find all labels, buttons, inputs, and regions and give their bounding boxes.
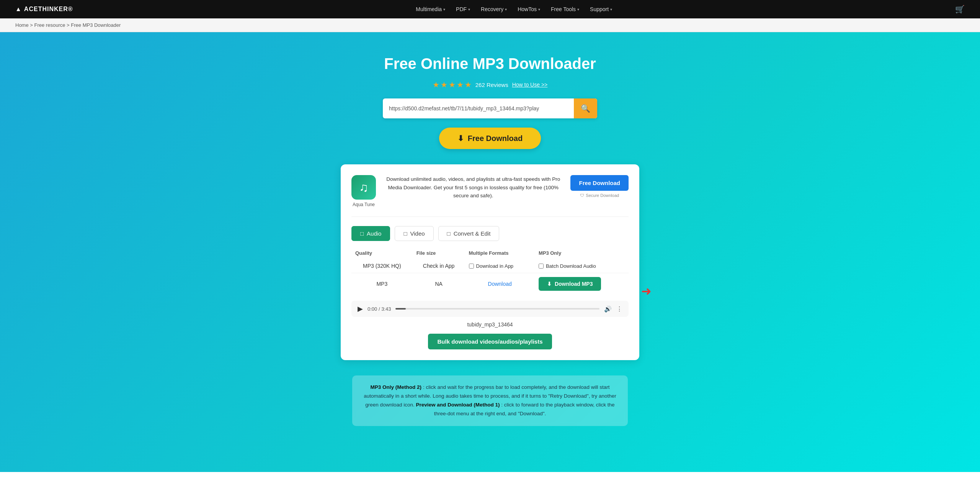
video-tab-icon: □ xyxy=(403,230,407,237)
chevron-down-icon: ▾ xyxy=(505,7,507,11)
method1-title: Preview and Download (Method 1) xyxy=(416,402,500,408)
breadcrumb: Home > Free resource > Free MP3 Download… xyxy=(0,18,980,32)
download-link[interactable]: Download xyxy=(488,281,512,287)
hero-section: Free Online MP3 Downloader ★ ★ ★ ★ ★ 262… xyxy=(0,32,980,472)
col-filesize: File size xyxy=(413,247,465,259)
volume-icon: 🔊 xyxy=(604,306,612,312)
search-input[interactable] xyxy=(383,100,574,117)
breadcrumb-current: Free MP3 Downloader xyxy=(71,22,121,28)
convert-tab-icon: □ xyxy=(447,230,451,237)
chevron-down-icon: ▾ xyxy=(610,7,612,11)
method2-title: MP3 Only (Method 2) xyxy=(371,384,422,390)
tabs-row: □ Audio □ Video □ Convert & Edit xyxy=(351,226,629,241)
more-icon: ⋮ xyxy=(616,306,622,312)
main-card: ♫ Aqua Tune Download unlimited audio, vi… xyxy=(341,164,639,360)
star-2: ★ xyxy=(441,80,448,89)
breadcrumb-free-resource[interactable]: Free resource xyxy=(34,22,65,28)
rating-row: ★ ★ ★ ★ ★ 262 Reviews How to Use >> xyxy=(8,80,972,89)
tab-video[interactable]: □ Video xyxy=(395,226,433,241)
search-icon: 🔍 xyxy=(581,104,590,113)
nav-item-recovery[interactable]: Recovery ▾ xyxy=(476,4,511,15)
breadcrumb-separator: > xyxy=(67,22,71,28)
app-description: Download unlimited audio, videos, and pl… xyxy=(384,175,563,200)
app-icon: ♫ xyxy=(351,175,376,200)
tab-convert-edit[interactable]: □ Convert & Edit xyxy=(438,226,500,241)
time-display: 0:00 / 3:43 xyxy=(368,306,391,312)
batch-download-audio-checkbox[interactable] xyxy=(539,264,544,269)
music-note-icon: ♫ xyxy=(359,180,368,195)
how-to-use-link[interactable]: How to Use >> xyxy=(512,82,548,88)
tab-audio[interactable]: □ Audio xyxy=(351,226,390,241)
table-row: MP3 (320K HQ) Check in App Download in A… xyxy=(351,259,629,273)
nav-item-multimedia[interactable]: Multimedia ▾ xyxy=(411,4,450,15)
dl-mp3-cell: ⬇ Download MP3 ➜ xyxy=(535,273,629,295)
breadcrumb-separator: > xyxy=(30,22,34,28)
table-row: MP3 NA Download ⬇ Download MP3 ➜ xyxy=(351,273,629,295)
chevron-down-icon: ▾ xyxy=(577,7,579,11)
download-icon: ⬇ xyxy=(457,134,464,143)
app-promo: ♫ Aqua Tune Download unlimited audio, vi… xyxy=(351,175,629,217)
star-5: ★ xyxy=(465,80,472,89)
nav-links: Multimedia ▾ PDF ▾ Recovery ▾ HowTos ▾ F… xyxy=(85,4,943,15)
star-4: ★ xyxy=(457,80,464,89)
shield-icon: 🛡 xyxy=(580,193,584,198)
free-download-label: Free Download xyxy=(468,134,523,143)
chevron-down-icon: ▾ xyxy=(443,7,445,11)
multiple-formats-cell: Download in App xyxy=(465,259,535,273)
col-quality: Quality xyxy=(351,247,413,259)
navbar: ▲ ACETHINKER® Multimedia ▾ PDF ▾ Recover… xyxy=(0,0,980,18)
download-link-cell: Download xyxy=(465,273,535,295)
app-free-download-button[interactable]: Free Download xyxy=(570,175,629,191)
breadcrumb-home[interactable]: Home xyxy=(15,22,29,28)
download-in-app-checkbox[interactable] xyxy=(469,264,474,269)
batch-download-audio-option[interactable]: Batch Download Audio xyxy=(539,263,625,269)
app-download-wrap: Free Download 🛡 Secure Download xyxy=(570,175,629,198)
brand-logo[interactable]: ▲ ACETHINKER® xyxy=(15,6,73,13)
mp3-only-cell: Batch Download Audio xyxy=(535,259,629,273)
chevron-down-icon: ▾ xyxy=(538,7,540,11)
volume-button[interactable]: 🔊 xyxy=(604,305,612,313)
cart-icon[interactable]: 🛒 xyxy=(955,5,965,14)
star-1: ★ xyxy=(433,80,439,89)
reviews-count: 262 Reviews xyxy=(475,82,508,88)
star-3: ★ xyxy=(449,80,456,89)
quality-cell-2: MP3 xyxy=(351,273,413,295)
app-name: Aqua Tune xyxy=(353,202,375,207)
info-box: MP3 Only (Method 2) : click and wait for… xyxy=(352,375,628,426)
filesize-cell: Check in App xyxy=(413,259,465,273)
col-mp3-only: MP3 Only xyxy=(535,247,629,259)
info-text: MP3 Only (Method 2) : click and wait for… xyxy=(363,383,617,418)
app-icon-wrap: ♫ Aqua Tune xyxy=(351,175,376,207)
brand-name: ACETHINKER® xyxy=(24,6,73,13)
nav-item-freetools[interactable]: Free Tools ▾ xyxy=(546,4,584,15)
page-title: Free Online MP3 Downloader xyxy=(8,55,972,72)
audio-player: ▶ 0:00 / 3:43 🔊 ⋮ xyxy=(351,301,629,317)
free-download-button[interactable]: ⬇ Free Download xyxy=(439,128,541,149)
play-button[interactable]: ▶ xyxy=(358,305,363,313)
col-multiple-formats: Multiple Formats xyxy=(465,247,535,259)
track-name: tubidy_mp3_13464 xyxy=(351,321,629,328)
secure-text: 🛡 Secure Download xyxy=(580,193,619,198)
download-in-app-option[interactable]: Download in App xyxy=(469,263,531,269)
progress-bar[interactable] xyxy=(395,308,599,310)
quality-cell: MP3 (320K HQ) xyxy=(351,259,413,273)
download-table: Quality File size Multiple Formats MP3 O… xyxy=(351,247,629,295)
download-mp3-button[interactable]: ⬇ Download MP3 xyxy=(539,277,601,291)
filesize-cell-2: NA xyxy=(413,273,465,295)
progress-bar-fill xyxy=(395,308,406,310)
brand-prefix: ▲ xyxy=(15,6,22,13)
chevron-down-icon: ▾ xyxy=(468,7,470,11)
bulk-download-button[interactable]: Bulk download videos/audios/playlists xyxy=(428,334,552,349)
star-rating: ★ ★ ★ ★ ★ xyxy=(433,80,472,89)
nav-item-pdf[interactable]: PDF ▾ xyxy=(451,4,475,15)
play-icon: ▶ xyxy=(358,305,363,313)
nav-item-support[interactable]: Support ▾ xyxy=(585,4,617,15)
nav-item-howtos[interactable]: HowTos ▾ xyxy=(513,4,545,15)
search-button[interactable]: 🔍 xyxy=(574,98,597,118)
download-mp3-icon: ⬇ xyxy=(547,281,552,287)
audio-tab-icon: □ xyxy=(360,230,364,237)
search-bar: 🔍 xyxy=(383,98,597,118)
more-options-button[interactable]: ⋮ xyxy=(616,305,622,313)
